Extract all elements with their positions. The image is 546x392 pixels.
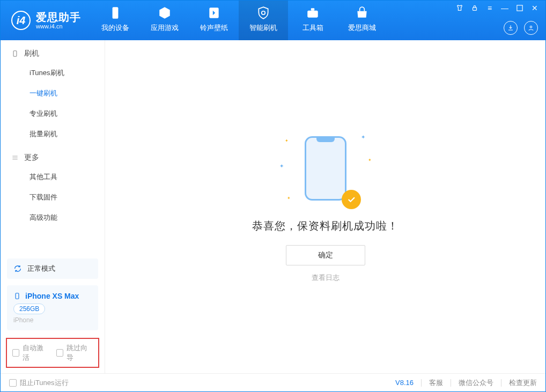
app-window: i4 爱思助手 www.i4.cn 我的设备 应用游戏 铃声壁纸 智能刷机 xyxy=(0,0,546,392)
checkbox-skip-guide[interactable]: 跳过向导 xyxy=(56,343,93,363)
success-message: 恭喜您，保资料刷机成功啦！ xyxy=(252,219,399,233)
sparkle-icon: ✦ xyxy=(285,138,289,143)
menu-icon[interactable]: ≡ xyxy=(485,4,494,12)
sidebar-item-one-click-flash[interactable]: 一键刷机 xyxy=(1,83,105,103)
phone-illustration xyxy=(305,136,346,201)
sparkle-icon: ✦ xyxy=(287,196,291,201)
svg-rect-0 xyxy=(113,7,119,19)
check-badge-icon xyxy=(342,190,361,209)
window-controls: ≡ — ✕ xyxy=(455,4,539,12)
checkbox-icon xyxy=(12,349,19,357)
main-content: ✦ ✦ ✦ ✦ ✦ 恭喜您，保资料刷机成功啦！ 确定 查看日志 xyxy=(105,40,545,373)
flash-options-highlight: 自动激活 跳过向导 xyxy=(6,338,99,368)
list-icon xyxy=(11,154,19,161)
checkbox-block-itunes[interactable]: 阻止iTunes运行 xyxy=(9,378,69,388)
music-icon xyxy=(207,6,221,20)
maximize-button[interactable] xyxy=(515,4,524,12)
svg-point-6 xyxy=(530,26,532,28)
phone-icon xyxy=(108,6,122,20)
mode-card[interactable]: 正常模式 xyxy=(7,258,98,279)
support-link[interactable]: 客服 xyxy=(429,378,443,388)
separator xyxy=(501,379,501,387)
tab-my-device[interactable]: 我的设备 xyxy=(91,1,140,40)
tab-label: 智能刷机 xyxy=(249,23,277,33)
titlebar: i4 爱思助手 www.i4.cn 我的设备 应用游戏 铃声壁纸 智能刷机 xyxy=(1,1,545,40)
store-icon xyxy=(355,6,369,20)
svg-rect-7 xyxy=(13,51,17,57)
device-capacity: 256GB xyxy=(13,304,45,314)
tab-apps-games[interactable]: 应用游戏 xyxy=(140,1,189,40)
minimize-button[interactable]: — xyxy=(500,4,509,12)
sidebar-group-more: 更多 xyxy=(1,144,105,167)
tshirt-icon[interactable] xyxy=(455,4,464,12)
logo: i4 爱思助手 www.i4.cn xyxy=(1,1,91,40)
device-type: iPhone xyxy=(13,316,92,324)
sparkle-icon: ✦ xyxy=(361,134,365,140)
tab-ringtones-wallpapers[interactable]: 铃声壁纸 xyxy=(189,1,239,40)
toolbox-icon xyxy=(306,6,320,20)
svg-rect-4 xyxy=(473,8,477,10)
checkbox-label: 自动激活 xyxy=(23,343,49,363)
sidebar-group-flash: 刷机 xyxy=(1,40,105,63)
sidebar-item-other-tools[interactable]: 其他工具 xyxy=(1,167,105,187)
sidebar-group-title: 更多 xyxy=(24,153,39,162)
svg-rect-2 xyxy=(307,11,318,18)
separator xyxy=(451,379,451,387)
header-actions xyxy=(504,21,538,35)
checkbox-label: 跳过向导 xyxy=(67,343,93,363)
checkbox-icon xyxy=(56,349,63,357)
sidebar-item-pro-flash[interactable]: 专业刷机 xyxy=(1,103,105,124)
view-log-link[interactable]: 查看日志 xyxy=(312,273,340,283)
app-title: 爱思助手 xyxy=(36,11,81,23)
tab-label: 我的设备 xyxy=(101,23,129,33)
lock-icon[interactable] xyxy=(470,4,479,12)
sidebar-item-batch-flash[interactable]: 批量刷机 xyxy=(1,124,105,144)
separator xyxy=(421,379,422,387)
tab-label: 爱思商城 xyxy=(348,23,376,33)
sparkle-icon: ✦ xyxy=(368,158,372,162)
app-subtitle: www.i4.cn xyxy=(36,23,81,29)
phone-icon xyxy=(13,292,21,300)
device-icon xyxy=(11,50,19,57)
ok-button[interactable]: 确定 xyxy=(286,245,365,265)
sparkle-icon: ✦ xyxy=(279,163,284,169)
tab-label: 应用游戏 xyxy=(151,23,179,33)
checkbox-icon xyxy=(9,379,17,387)
tab-toolbox[interactable]: 工具箱 xyxy=(288,1,337,40)
device-card[interactable]: iPhone XS Max 256GB iPhone xyxy=(7,285,98,330)
sidebar-group-title: 刷机 xyxy=(24,49,39,58)
cube-icon xyxy=(158,6,172,20)
tab-label: 工具箱 xyxy=(302,23,323,33)
check-update-link[interactable]: 检查更新 xyxy=(509,378,537,388)
shield-refresh-icon xyxy=(256,6,270,20)
checkbox-label: 阻止iTunes运行 xyxy=(20,378,69,388)
tab-store[interactable]: 爱思商城 xyxy=(337,1,387,40)
download-icon[interactable] xyxy=(504,21,518,35)
refresh-icon xyxy=(13,264,22,273)
checkbox-auto-activate[interactable]: 自动激活 xyxy=(12,343,49,363)
sidebar-item-advanced[interactable]: 高级功能 xyxy=(1,208,105,228)
wechat-link[interactable]: 微信公众号 xyxy=(459,378,493,388)
logo-icon: i4 xyxy=(11,11,31,30)
tab-smart-flash[interactable]: 智能刷机 xyxy=(239,1,288,40)
sidebar-item-itunes-flash[interactable]: iTunes刷机 xyxy=(1,63,105,83)
body: 刷机 iTunes刷机 一键刷机 专业刷机 批量刷机 更多 其他工具 下载固件 … xyxy=(1,40,545,373)
svg-rect-3 xyxy=(311,8,315,10)
svg-rect-8 xyxy=(16,293,19,299)
device-name: iPhone XS Max xyxy=(25,292,79,300)
sidebar: 刷机 iTunes刷机 一键刷机 专业刷机 批量刷机 更多 其他工具 下载固件 … xyxy=(1,40,105,373)
sidebar-item-download-firmware[interactable]: 下载固件 xyxy=(1,187,105,208)
mode-label: 正常模式 xyxy=(27,264,55,273)
close-button[interactable]: ✕ xyxy=(530,4,539,12)
success-illustration: ✦ ✦ ✦ ✦ ✦ xyxy=(277,131,374,206)
svg-rect-5 xyxy=(517,5,522,11)
user-icon[interactable] xyxy=(524,21,538,35)
statusbar: 阻止iTunes运行 V8.16 客服 微信公众号 检查更新 xyxy=(1,373,545,391)
version-label: V8.16 xyxy=(395,379,414,387)
nav-tabs: 我的设备 应用游戏 铃声壁纸 智能刷机 工具箱 爱思商城 xyxy=(91,1,387,40)
tab-label: 铃声壁纸 xyxy=(200,23,228,33)
